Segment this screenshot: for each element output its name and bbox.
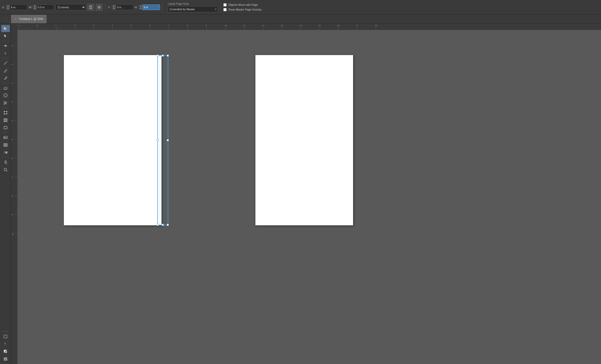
tool-separator-1 bbox=[2, 41, 9, 41]
canvas-content bbox=[18, 30, 601, 364]
link-icon-btn[interactable] bbox=[87, 4, 94, 11]
brush-tool-btn[interactable] bbox=[1, 75, 10, 82]
constrain-icon-btn[interactable] bbox=[96, 4, 103, 11]
svg-rect-53 bbox=[4, 360, 7, 360]
handle-bot-center[interactable] bbox=[162, 224, 164, 226]
h-down-arrow[interactable]: ▼ bbox=[139, 7, 142, 10]
panels-toggle[interactable]: ⋮⋮ bbox=[2, 17, 9, 21]
tab-title: *Untitled-1 @ 50% bbox=[19, 17, 43, 21]
left-toolbar: T bbox=[0, 24, 11, 364]
stroke-fill-btn[interactable] bbox=[1, 348, 10, 355]
handle-bot-right[interactable] bbox=[167, 224, 169, 226]
gradient-tool-btn[interactable] bbox=[1, 149, 10, 156]
toolbar-divider-1 bbox=[105, 3, 105, 12]
y-label: Y: bbox=[108, 6, 111, 9]
h-coordinate-field: H: ▲ ▼ bbox=[135, 5, 160, 10]
tab-bar: ⋮⋮ × *Untitled-1 @ 50% bbox=[0, 15, 601, 24]
objects-move-checkbox-row[interactable]: Objects Move with Page bbox=[223, 3, 262, 7]
liquid-rule-label: Liquid Page Rule: bbox=[168, 2, 218, 5]
x-spinner[interactable]: ▲ ▼ bbox=[6, 5, 10, 10]
tool-separator-3 bbox=[2, 83, 9, 83]
y-input[interactable] bbox=[116, 5, 133, 10]
svg-rect-16 bbox=[4, 87, 7, 90]
h-spinner[interactable]: ▲ ▼ bbox=[139, 5, 142, 10]
eraser-tool-btn[interactable] bbox=[1, 84, 10, 91]
objects-move-checkbox[interactable] bbox=[223, 3, 227, 7]
svg-rect-0 bbox=[89, 6, 90, 7]
svg-line-15 bbox=[4, 72, 4, 72]
layers-panel-btn[interactable] bbox=[1, 355, 10, 362]
tool-separator-bottom bbox=[2, 331, 9, 332]
direct-selection-tool-btn[interactable] bbox=[1, 33, 10, 40]
pencil-tool-btn[interactable] bbox=[1, 67, 10, 74]
x-up-arrow[interactable]: ▲ bbox=[6, 5, 10, 7]
line-tool-btn[interactable] bbox=[1, 60, 10, 67]
y-spinner[interactable]: ▲ ▼ bbox=[112, 5, 116, 10]
horizontal-ruler: -10123456789101112131415161718 bbox=[18, 24, 601, 30]
handle-top-right[interactable] bbox=[167, 55, 169, 57]
svg-line-14 bbox=[4, 62, 7, 65]
w-down-arrow[interactable]: ▼ bbox=[33, 7, 37, 10]
svg-rect-46 bbox=[4, 335, 7, 338]
w-up-arrow[interactable]: ▲ bbox=[33, 5, 37, 7]
svg-point-28 bbox=[4, 111, 5, 112]
crosshair-tool-btn[interactable] bbox=[1, 92, 10, 99]
tab-close-button[interactable]: × bbox=[14, 17, 17, 21]
show-overlay-checkbox-row[interactable]: Show Master Page Overlay bbox=[223, 8, 262, 11]
gap-tool-btn[interactable] bbox=[1, 42, 10, 49]
type-tool-btn[interactable]: T bbox=[1, 50, 10, 57]
top-toolbar: X: ▲ ▼ W: ▲ ▼ [Custom] bbox=[0, 0, 601, 15]
view-mode-btn[interactable] bbox=[1, 333, 10, 340]
image-tool-btn[interactable] bbox=[1, 134, 10, 141]
w-input[interactable] bbox=[37, 5, 54, 10]
svg-marker-7 bbox=[4, 27, 7, 30]
y-down-arrow[interactable]: ▼ bbox=[112, 7, 116, 10]
preset-dropdown-wrapper[interactable]: [Custom] bbox=[56, 4, 86, 10]
show-overlay-checkbox[interactable] bbox=[223, 8, 227, 11]
x-label: X: bbox=[2, 6, 6, 9]
x-down-arrow[interactable]: ▼ bbox=[6, 7, 10, 10]
liquid-rule-select-wrapper[interactable]: Controlled by Master Off Scale Re-center… bbox=[168, 6, 218, 12]
h-input[interactable] bbox=[142, 5, 160, 10]
svg-rect-35 bbox=[4, 126, 7, 129]
w-spinner[interactable]: ▲ ▼ bbox=[33, 5, 37, 10]
objects-move-label: Objects Move with Page bbox=[228, 3, 258, 6]
x-input[interactable] bbox=[10, 5, 27, 10]
h-label: H: bbox=[135, 6, 138, 9]
preset-dropdown[interactable]: [Custom] bbox=[56, 4, 86, 10]
main-layout: T bbox=[0, 24, 601, 364]
svg-rect-43 bbox=[4, 151, 7, 153]
scissors-tool-btn[interactable] bbox=[1, 99, 10, 106]
document-tab[interactable]: × *Untitled-1 @ 50% bbox=[11, 15, 47, 23]
svg-rect-2 bbox=[89, 8, 90, 9]
svg-marker-8 bbox=[4, 34, 7, 38]
canvas-area[interactable]: -10123456789101112131415161718 012345678… bbox=[11, 24, 601, 364]
y-coordinate-field: Y: ▲ ▼ bbox=[108, 5, 133, 10]
page-1 bbox=[64, 55, 162, 225]
h-up-arrow[interactable]: ▲ bbox=[139, 5, 142, 7]
table-tool-btn[interactable] bbox=[1, 141, 10, 148]
handle-top-center[interactable] bbox=[162, 55, 164, 57]
handle-mid-right[interactable] bbox=[167, 139, 169, 141]
svg-point-31 bbox=[6, 114, 7, 114]
svg-rect-49 bbox=[5, 351, 7, 353]
tool-separator-2 bbox=[2, 58, 9, 58]
selection-tool-btn[interactable] bbox=[1, 25, 10, 32]
tool-separator-4 bbox=[2, 108, 9, 108]
hand-tool-btn[interactable] bbox=[1, 159, 10, 166]
svg-point-24 bbox=[4, 101, 5, 103]
tool-separator-5 bbox=[2, 132, 9, 133]
svg-rect-27 bbox=[4, 111, 7, 114]
y-up-arrow[interactable]: ▲ bbox=[112, 5, 116, 7]
show-overlay-label: Show Master Page Overlay bbox=[228, 8, 262, 11]
liquid-rule-dropdown: Controlled by Master Off Scale Re-center… bbox=[168, 6, 218, 12]
w-label: W: bbox=[29, 6, 32, 9]
svg-rect-38 bbox=[4, 143, 7, 146]
zoom-tool-btn[interactable] bbox=[1, 166, 10, 173]
type-mode-btn[interactable]: T bbox=[1, 340, 10, 347]
rectangle-frame-tool-btn[interactable] bbox=[1, 117, 10, 124]
liquid-rule-select[interactable]: Controlled by Master Off Scale Re-center… bbox=[168, 6, 218, 12]
tool-separator-6 bbox=[2, 157, 9, 157]
transform-tool-btn[interactable] bbox=[1, 109, 10, 116]
rectangle-tool-btn[interactable] bbox=[1, 124, 10, 131]
